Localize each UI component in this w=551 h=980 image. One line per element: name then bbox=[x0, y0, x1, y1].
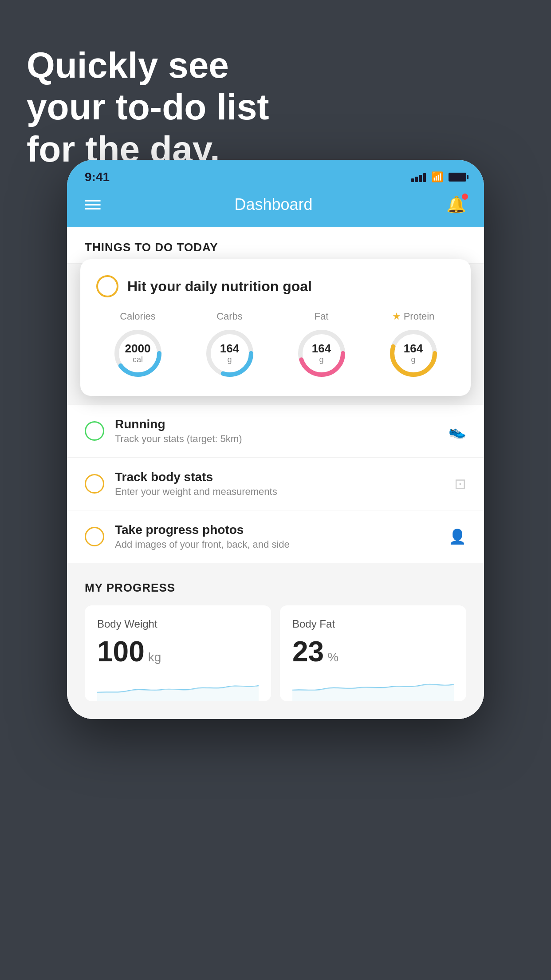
nutrition-card[interactable]: Hit your daily nutrition goal Calories 2… bbox=[80, 259, 471, 396]
todo-name-photos: Take progress photos bbox=[115, 523, 438, 537]
stat-calories: Calories 2000 cal bbox=[111, 311, 165, 380]
body-weight-chart bbox=[97, 675, 259, 701]
body-fat-chart bbox=[292, 675, 454, 701]
todo-text-photos: Take progress photos Add images of your … bbox=[115, 523, 438, 550]
person-icon: 👤 bbox=[449, 528, 466, 545]
todo-item-body-stats[interactable]: Track body stats Enter your weight and m… bbox=[67, 458, 484, 510]
stat-fat-label: Fat bbox=[315, 311, 329, 322]
stat-calories-label: Calories bbox=[120, 311, 156, 322]
hamburger-menu[interactable] bbox=[85, 200, 101, 209]
headline-line1: Quickly see bbox=[27, 44, 269, 86]
todo-circle-photos bbox=[85, 527, 104, 546]
todo-item-running[interactable]: Running Track your stats (target: 5km) 👟 bbox=[67, 405, 484, 458]
progress-cards: Body Weight 100 kg Body Fat bbox=[85, 605, 466, 701]
hamburger-line bbox=[85, 200, 101, 202]
todo-desc-running: Track your stats (target: 5km) bbox=[115, 433, 438, 445]
carbs-donut: 164 g bbox=[203, 327, 256, 380]
status-time: 9:41 bbox=[85, 170, 110, 184]
status-bar: 9:41 📶 bbox=[67, 160, 484, 186]
body-weight-value: 100 kg bbox=[97, 637, 259, 666]
todo-list: Running Track your stats (target: 5km) 👟… bbox=[67, 405, 484, 563]
hamburger-line bbox=[85, 208, 101, 209]
progress-section: MY PROGRESS Body Weight 100 kg bbox=[67, 568, 484, 719]
nutrition-check-circle bbox=[96, 275, 118, 297]
battery-icon bbox=[449, 173, 466, 182]
stat-fat: Fat 164 g bbox=[295, 311, 348, 380]
app-content: THINGS TO DO TODAY Hit your daily nutrit… bbox=[67, 227, 484, 719]
hamburger-line bbox=[85, 204, 101, 205]
body-fat-card[interactable]: Body Fat 23 % bbox=[280, 605, 466, 701]
body-fat-value: 23 % bbox=[292, 637, 454, 666]
nutrition-header: Hit your daily nutrition goal bbox=[96, 275, 455, 297]
nutrition-title: Hit your daily nutrition goal bbox=[127, 278, 312, 295]
todo-item-photos[interactable]: Take progress photos Add images of your … bbox=[67, 510, 484, 563]
phone-mockup: 9:41 📶 Dashboard 🔔 THINGS TO DO TODAY bbox=[67, 160, 484, 719]
todo-circle-running bbox=[85, 421, 104, 441]
todo-name-running: Running bbox=[115, 417, 438, 431]
todo-text-body-stats: Track body stats Enter your weight and m… bbox=[115, 470, 444, 498]
stat-protein-label: ★ Protein bbox=[392, 311, 435, 322]
notification-bell[interactable]: 🔔 bbox=[446, 195, 466, 214]
headline: Quickly see your to-do list for the day. bbox=[27, 44, 269, 170]
todo-text-running: Running Track your stats (target: 5km) bbox=[115, 417, 438, 445]
todo-desc-body-stats: Enter your weight and measurements bbox=[115, 486, 444, 498]
fat-donut: 164 g bbox=[295, 327, 348, 380]
wifi-icon: 📶 bbox=[431, 171, 443, 183]
notification-dot bbox=[462, 194, 468, 200]
carbs-value: 164 g bbox=[220, 342, 239, 364]
todo-circle-body-stats bbox=[85, 474, 104, 494]
body-weight-title: Body Weight bbox=[97, 618, 259, 630]
nutrition-stats: Calories 2000 cal Carbs bbox=[96, 311, 455, 380]
stat-carbs: Carbs 164 g bbox=[203, 311, 256, 380]
headline-line2: your to-do list bbox=[27, 86, 269, 128]
calories-donut: 2000 cal bbox=[111, 327, 165, 380]
todo-desc-photos: Add images of your front, back, and side bbox=[115, 539, 438, 550]
signal-icon bbox=[411, 172, 426, 182]
fat-value: 164 g bbox=[312, 342, 331, 364]
protein-value: 164 g bbox=[404, 342, 423, 364]
protein-donut: 164 g bbox=[387, 327, 440, 380]
body-weight-unit: kg bbox=[148, 650, 161, 664]
header-title: Dashboard bbox=[234, 195, 312, 214]
progress-title: MY PROGRESS bbox=[85, 581, 466, 595]
section-title-things-to-do: THINGS TO DO TODAY bbox=[67, 227, 484, 264]
todo-name-body-stats: Track body stats bbox=[115, 470, 444, 484]
scale-icon: ⊡ bbox=[454, 475, 466, 492]
stat-carbs-label: Carbs bbox=[216, 311, 243, 322]
body-weight-card[interactable]: Body Weight 100 kg bbox=[85, 605, 271, 701]
body-weight-number: 100 bbox=[97, 637, 145, 666]
body-fat-number: 23 bbox=[292, 637, 324, 666]
star-icon: ★ bbox=[392, 311, 401, 322]
status-icons: 📶 bbox=[411, 171, 466, 183]
body-fat-title: Body Fat bbox=[292, 618, 454, 630]
calories-value: 2000 cal bbox=[125, 342, 151, 364]
shoe-icon: 👟 bbox=[449, 423, 466, 439]
app-header: Dashboard 🔔 bbox=[67, 186, 484, 227]
stat-protein: ★ Protein 164 g bbox=[387, 311, 440, 380]
body-fat-unit: % bbox=[327, 650, 338, 664]
